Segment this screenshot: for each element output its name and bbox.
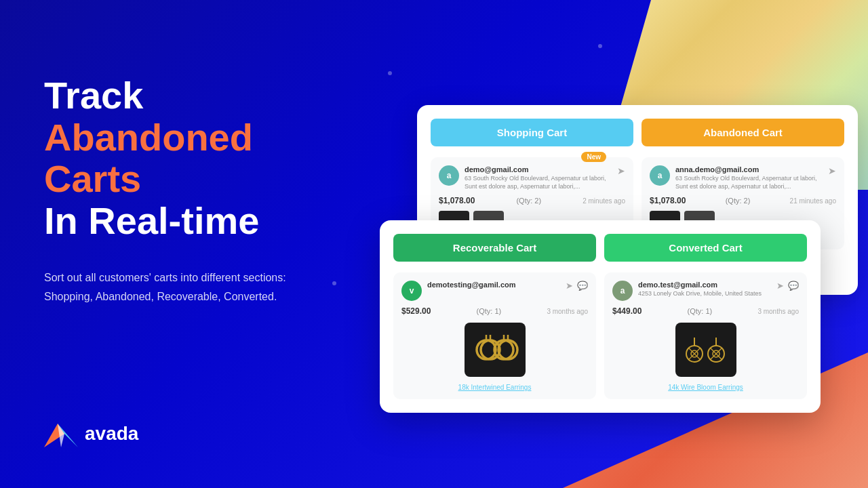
svg-point-8 <box>498 340 517 359</box>
converted-cart-item: a demo.test@gmail.com 4253 Lonely Oak Dr… <box>604 272 807 399</box>
shopping-send-icon[interactable]: ➤ <box>617 165 625 176</box>
converted-cart-email: demo.test@gmail.com <box>638 281 771 289</box>
abandoned-cart-price: $1,078.00 <box>650 196 686 205</box>
shopping-cart-address: 63 South Rocky Old Boulevard, Aspernatur… <box>465 175 612 190</box>
converted-whatsapp-icon[interactable]: 💬 <box>788 281 799 291</box>
converted-cart-avatar: a <box>612 281 633 301</box>
converted-cart-header: a demo.test@gmail.com 4253 Lonely Oak Dr… <box>612 281 799 301</box>
converted-cart-footer: $449.00 (Qty: 1) 3 months ago <box>612 306 799 316</box>
abandoned-cart-footer: $1,078.00 (Qty: 2) 21 minutes ago <box>650 196 836 205</box>
avada-logo-icon <box>44 420 78 447</box>
wire-bloom-earrings-svg <box>682 328 730 372</box>
svg-point-7 <box>494 340 513 359</box>
abandoned-cart-header: a anna.demo@gmail.com 63 South Rocky Old… <box>650 165 836 190</box>
recoverable-cart-qty: (Qty: 1) <box>477 307 502 315</box>
abandoned-cart-info: anna.demo@gmail.com 63 South Rocky Old B… <box>675 165 823 190</box>
shopping-cart-footer: $1,078.00 (Qty: 2) 2 minutes ago <box>439 196 625 205</box>
new-badge: New <box>581 152 606 162</box>
recoverable-cart-email: demotesting@gamil.com <box>427 281 560 289</box>
abandoned-cart-address: 63 South Rocky Old Boulevard, Aspernatur… <box>675 175 823 190</box>
converted-action-icons: ➤ 💬 <box>776 281 799 291</box>
recoverable-cart-info: demotesting@gamil.com <box>427 281 560 289</box>
shopping-cart-qty: (Qty: 2) <box>516 197 541 205</box>
headline-abandoned: Abandoned Carts <box>44 117 329 200</box>
shopping-cart-info: demo@gmail.com 63 South Rocky Old Boulev… <box>465 165 612 190</box>
logo-text: avada <box>85 423 138 445</box>
headline-realtime: In Real-time <box>44 200 329 242</box>
headline-track: Track <box>44 75 329 117</box>
converted-send-icon[interactable]: ➤ <box>776 281 784 291</box>
converted-cart-info: demo.test@gmail.com 4253 Lonely Oak Driv… <box>638 281 771 298</box>
tab-recoverable-cart[interactable]: Recoverable Cart <box>393 234 596 262</box>
recoverable-whatsapp-icon[interactable]: 💬 <box>577 281 588 291</box>
abandoned-send-icon[interactable]: ➤ <box>828 165 836 176</box>
front-cart-items-row: v demotesting@gamil.com ➤ 💬 $529.00 (Qty… <box>393 272 807 399</box>
tab-abandoned-cart[interactable]: Abandoned Cart <box>642 119 844 146</box>
front-card: Recoverable Cart Converted Cart v demote… <box>380 220 821 413</box>
abandoned-cart-email: anna.demo@gmail.com <box>675 165 823 174</box>
front-card-tabs: Recoverable Cart Converted Cart <box>393 234 807 262</box>
recoverable-cart-time: 3 months ago <box>547 308 588 315</box>
left-content: Track Abandoned Carts In Real-time Sort … <box>44 75 329 306</box>
shopping-cart-email: demo@gmail.com <box>465 165 612 174</box>
shopping-cart-avatar: a <box>439 165 459 186</box>
recoverable-action-icons: ➤ 💬 <box>566 281 588 291</box>
logo-area: avada <box>44 420 138 447</box>
recoverable-product-name[interactable]: 18k Intertwined Earrings <box>401 384 588 391</box>
recoverable-cart-footer: $529.00 (Qty: 1) 3 months ago <box>401 306 588 316</box>
recoverable-product-image <box>465 323 526 377</box>
tab-shopping-cart[interactable]: Shopping Cart <box>431 119 633 146</box>
dot-1 <box>598 44 602 48</box>
dot-2 <box>388 71 392 75</box>
description-text: Sort out all customers' carts into diffe… <box>44 268 288 305</box>
abandoned-cart-avatar: a <box>650 165 670 186</box>
converted-product-name[interactable]: 14k Wire Bloom Earrings <box>612 384 799 391</box>
converted-product-image <box>675 323 736 377</box>
shopping-cart-price: $1,078.00 <box>439 196 475 205</box>
recoverable-cart-item: v demotesting@gamil.com ➤ 💬 $529.00 (Qty… <box>393 272 596 399</box>
svg-point-3 <box>477 340 496 359</box>
dot-3 <box>332 281 336 285</box>
back-card-tabs: Shopping Cart Abandoned Cart <box>431 119 844 146</box>
recoverable-cart-header: v demotesting@gamil.com ➤ 💬 <box>401 281 588 301</box>
converted-cart-address: 4253 Lonely Oak Drive, Mobile, United St… <box>638 290 771 298</box>
abandoned-cart-time: 21 minutes ago <box>790 197 836 205</box>
recoverable-cart-avatar: v <box>401 281 422 301</box>
recoverable-send-icon[interactable]: ➤ <box>566 281 573 291</box>
abandoned-cart-qty: (Qty: 2) <box>726 197 751 205</box>
cards-container: Shopping Cart Abandoned Cart New a demo@… <box>417 105 865 390</box>
converted-cart-price: $449.00 <box>612 306 642 316</box>
converted-cart-qty: (Qty: 1) <box>688 307 713 315</box>
recoverable-cart-price: $529.00 <box>401 306 431 316</box>
intertwined-earrings-svg <box>471 328 519 372</box>
tab-converted-cart[interactable]: Converted Cart <box>604 234 807 262</box>
converted-cart-time: 3 months ago <box>757 308 799 315</box>
shopping-cart-header: a demo@gmail.com 63 South Rocky Old Boul… <box>439 165 625 190</box>
shopping-cart-time: 2 minutes ago <box>583 197 625 205</box>
